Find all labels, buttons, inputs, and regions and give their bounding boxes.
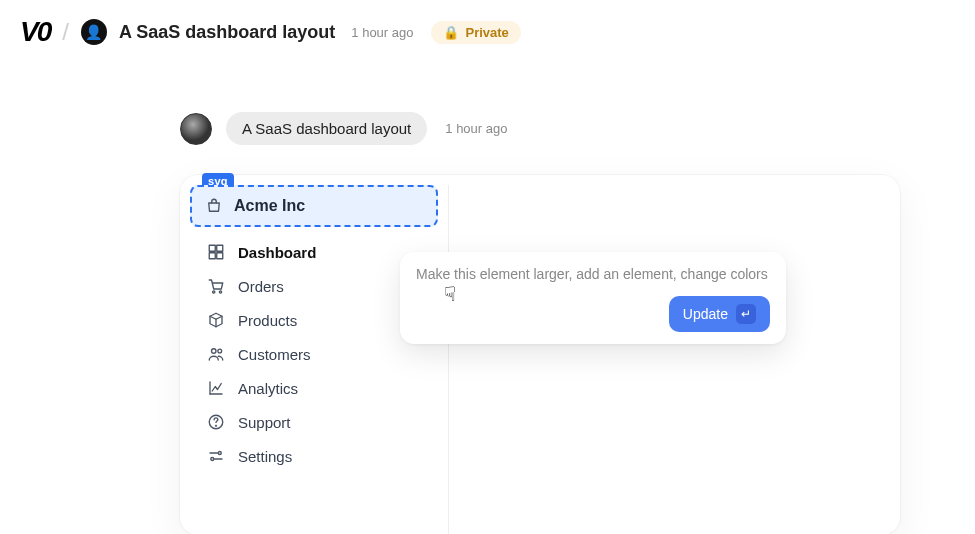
breadcrumb-slash: / [62, 18, 69, 46]
svg-point-6 [212, 349, 217, 354]
top-bar: V0 / 👤 A SaaS dashboard layout 1 hour ag… [0, 0, 975, 64]
prompt-bubble: A SaaS dashboard layout [226, 112, 427, 145]
avatar-icon: 👤 [85, 24, 102, 40]
nav-label: Orders [238, 278, 284, 295]
nav-item-customers[interactable]: Customers [196, 337, 438, 371]
prompt-row: A SaaS dashboard layout 1 hour ago [180, 112, 975, 145]
enter-key-icon: ↵ [736, 304, 756, 324]
dashboard-icon [206, 243, 226, 261]
nav-item-settings[interactable]: Settings [196, 439, 438, 473]
user-avatar[interactable] [180, 113, 212, 145]
company-switcher[interactable]: Acme Inc [190, 185, 438, 227]
svg-rect-0 [209, 245, 215, 251]
nav-item-support[interactable]: Support [196, 405, 438, 439]
nav-label: Settings [238, 448, 292, 465]
svg-point-10 [218, 452, 221, 455]
edit-input[interactable]: Make this element larger, add an element… [416, 266, 770, 282]
bag-icon [204, 197, 224, 215]
box-icon [206, 311, 226, 329]
nav-label: Customers [238, 346, 311, 363]
help-icon [206, 413, 226, 431]
nav-label: Dashboard [238, 244, 316, 261]
nav-label: Analytics [238, 380, 298, 397]
users-icon [206, 345, 226, 363]
svg-point-7 [218, 349, 222, 353]
svg-point-11 [211, 458, 214, 461]
lock-icon: 🔒 [443, 25, 459, 40]
cart-icon [206, 277, 226, 295]
project-title[interactable]: A SaaS dashboard layout [119, 22, 335, 43]
svg-rect-3 [217, 253, 223, 259]
project-timestamp: 1 hour ago [351, 25, 413, 40]
nav-label: Products [238, 312, 297, 329]
svg-point-5 [219, 291, 221, 293]
content-separator [448, 185, 449, 534]
svg-point-4 [213, 291, 215, 293]
update-button[interactable]: Update ↵ [669, 296, 770, 332]
visibility-label: Private [465, 25, 508, 40]
nav-label: Support [238, 414, 291, 431]
prompt-timestamp: 1 hour ago [445, 121, 507, 136]
update-label: Update [683, 306, 728, 322]
svg-rect-2 [209, 253, 215, 259]
company-name: Acme Inc [234, 197, 305, 215]
svg-point-9 [216, 425, 217, 426]
svg-rect-1 [217, 245, 223, 251]
preview-canvas[interactable]: svg Acme Inc Dashboard Orders [180, 175, 900, 534]
chart-icon [206, 379, 226, 397]
project-avatar[interactable]: 👤 [81, 19, 107, 45]
sliders-icon [206, 447, 226, 465]
edit-popover: Make this element larger, add an element… [400, 252, 786, 344]
visibility-badge[interactable]: 🔒 Private [431, 21, 520, 44]
nav-item-analytics[interactable]: Analytics [196, 371, 438, 405]
logo[interactable]: V0 [20, 16, 50, 48]
